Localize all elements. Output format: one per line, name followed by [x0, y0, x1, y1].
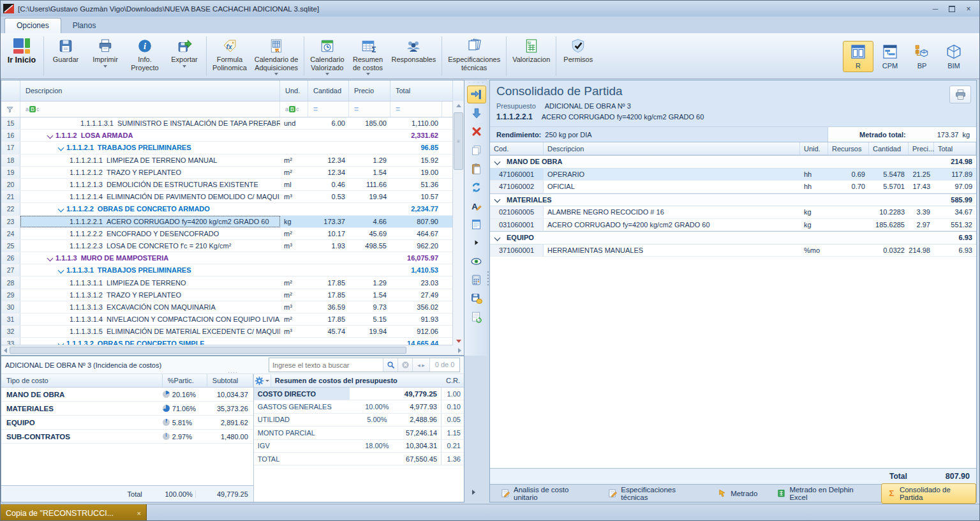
descripcion-cell[interactable]: 1.1.1.3.1.2TRAZO Y REPLANTEO [20, 289, 280, 301]
resource-row-471060001[interactable]: 471060001 OPERARIO hh 0.69 5.5478 21.25 … [490, 169, 976, 181]
close-button[interactable]: × [961, 4, 976, 14]
cantidad-cell[interactable]: 17.85 [308, 279, 349, 287]
dropdown-caret-icon[interactable] [366, 73, 370, 75]
und-cell[interactable]: m³ [280, 328, 308, 335]
collapse-arrow-button[interactable] [467, 234, 486, 252]
und-cell[interactable]: m³ [280, 303, 308, 311]
total-cell[interactable]: 34.67 [934, 208, 976, 216]
filter-cantidad-eq-icon[interactable]: = [308, 102, 349, 117]
dcol-descripcion[interactable]: Descripcion [544, 142, 800, 155]
expand-strip-icon[interactable] [472, 490, 475, 495]
total-cell[interactable]: 91.93 [390, 315, 442, 323]
resumen-row-igv[interactable]: IGV 18.00% 10,304.31 0.21 [254, 440, 464, 453]
budget-row-1.1.1.2.1.4[interactable]: 21 1.1.1.2.1.4ELIMINACIÓN DE PAVIMENTO D… [1, 191, 464, 203]
unid-cell[interactable]: hh [800, 183, 828, 190]
descripcion-cell[interactable]: OPERARIO [544, 170, 800, 178]
cantidad-cell[interactable]: 0.53 [308, 193, 349, 200]
expand-chevron-icon[interactable] [494, 234, 501, 241]
unid-cell[interactable]: %mo [800, 246, 828, 254]
gear-icon[interactable] [254, 375, 271, 387]
especificaciones-t-cnicas-button[interactable]: Especificaciones técnicas [444, 34, 504, 78]
und-cell[interactable]: m² [280, 169, 308, 176]
cantidad-cell[interactable]: 6.00 [308, 119, 349, 127]
precio-cell[interactable]: 45.69 [349, 230, 390, 238]
row-number[interactable]: 23 [1, 216, 20, 227]
total-cell[interactable]: 16,075.97 [390, 254, 442, 262]
budget-row-1.1.1.2.1.2[interactable]: 19 1.1.1.2.1.2TRAZO Y REPLANTEO m² 12.34… [1, 167, 464, 179]
cantidad-cell[interactable]: 1.93 [308, 242, 349, 250]
restore-button[interactable] [945, 4, 959, 14]
resource-row-021060005[interactable]: 021060005 ALAMBRE NEGRO RECOCIDO # 16 kg… [490, 206, 976, 219]
precio-cell[interactable]: 498.55 [349, 242, 390, 250]
total-cell[interactable]: 10.57 [390, 193, 442, 200]
budget-row-1.1.1.3.1.5[interactable]: 32 1.1.1.3.1.5ELIMINACIÓN DE MATERIAL EX… [1, 326, 464, 338]
formula-polinomica-button[interactable]: fx Formula Polinomica [209, 34, 251, 78]
vscroll-thumb[interactable]: ≡ [454, 112, 463, 170]
cantidad-cell[interactable]: 17.85 [308, 291, 349, 299]
descripcion-cell[interactable]: 1.1.1.2.2.2ENCOFRADO Y DESENCOFRADO [20, 228, 280, 239]
row-number[interactable]: 20 [1, 179, 20, 190]
cod-cell[interactable]: 471060002 [490, 181, 544, 193]
resource-group-equipo[interactable]: EQUIPO6.93 [490, 231, 976, 245]
col-descripcion[interactable]: Descripcion [20, 80, 280, 101]
expand-chevron-icon[interactable] [494, 158, 501, 165]
budget-row-1.1.1.2.2.1[interactable]: 23 1.1.1.2.2.1ACERO CORRUGADO fy=4200 kg… [1, 216, 464, 228]
und-cell[interactable]: m³ [280, 242, 308, 250]
row-number[interactable]: 29 [1, 289, 20, 301]
precio-cell[interactable]: 1.29 [349, 156, 390, 164]
filter-funnel-icon[interactable] [1, 102, 20, 117]
total-cell[interactable]: 96.85 [390, 144, 442, 151]
scroll-left-icon[interactable] [4, 348, 7, 353]
descripcion-cell[interactable]: 1.1.1.3.1.5ELIMINACIÓN DE MATERIAL EXCED… [20, 326, 280, 337]
view-r-button[interactable]: R [843, 41, 873, 72]
budget-row-1.1.1.3.1[interactable]: 27 1.1.1.3.1TRABAJOS PRELIMINARES 1,410.… [1, 264, 464, 276]
expand-chevron-icon[interactable] [47, 255, 54, 261]
budget-row-1.1.1.3[interactable]: 26 1.1.1.3MURO DE MAMPOSTERIA 16,075.97 [1, 252, 464, 264]
refresh-button[interactable] [467, 178, 486, 196]
cantidad-cell[interactable]: 5.5478 [869, 170, 909, 178]
incidencia-row-sub-contratos[interactable]: SUB-CONTRATOS 2.97% 1,480.00 [1, 430, 253, 444]
expand-chevron-icon[interactable] [58, 145, 64, 151]
resource-row-471060002[interactable]: 471060002 OFICIAL hh 0.70 5.5701 17.43 9… [490, 181, 976, 193]
total-cell[interactable]: 97.09 [934, 183, 976, 190]
und-cell[interactable]: m² [280, 230, 308, 238]
expand-chevron-icon[interactable] [47, 132, 54, 139]
precio-cell[interactable]: 1.29 [349, 279, 390, 287]
dcol-precio[interactable]: Preci... [909, 142, 934, 155]
total-cell[interactable]: 2,234.77 [390, 205, 442, 213]
print-button[interactable] [949, 86, 971, 103]
resource-row-031060001[interactable]: 031060001 ACERO CORRUGADO fy=4200 kg/cm2… [490, 219, 976, 232]
cantidad-cell[interactable]: 36.59 [308, 303, 349, 311]
precio-cell[interactable]: 5.15 [349, 315, 390, 323]
expand-chevron-icon[interactable] [58, 267, 64, 273]
total-cell[interactable]: 807.90 [390, 218, 442, 225]
cantidad-cell[interactable]: 17.85 [308, 315, 349, 323]
resumen-row-utilidad[interactable]: UTILIDAD 5.00% 2,488.96 0.05 [254, 414, 464, 427]
budget-row-1.1.1.2.1.3[interactable]: 20 1.1.1.2.1.3DEMOLICIÓN DE ESTRUCTURAS … [1, 179, 464, 191]
budget-row-1.1.1.3.1.4[interactable]: 31 1.1.1.3.1.4NIVELACION Y COMPACTACION … [1, 313, 464, 326]
update-sheet-button[interactable] [467, 308, 486, 326]
row-number[interactable]: 15 [1, 117, 20, 129]
row-number[interactable]: 25 [1, 240, 20, 252]
scroll-right-icon[interactable] [458, 348, 461, 353]
total-cell[interactable]: 6.93 [934, 246, 976, 254]
row-number[interactable]: 16 [1, 130, 20, 141]
total-cell[interactable]: 2,331.62 [390, 132, 442, 139]
cantidad-cell[interactable]: 12.34 [308, 169, 349, 176]
responsables-button[interactable]: Responsables [388, 34, 440, 78]
descripcion-cell[interactable]: 1.1.1.2.1TRABAJOS PRELIMINARES [20, 142, 280, 153]
expand-chevron-icon[interactable] [58, 206, 64, 212]
dropdown-caret-icon[interactable] [182, 65, 186, 68]
total-cell[interactable]: 551.32 [934, 221, 976, 229]
search-input[interactable] [269, 359, 383, 370]
precio-cell[interactable]: 21.25 [909, 170, 934, 178]
precio-cell[interactable]: 1.54 [349, 291, 390, 299]
budget-row-1.1.1.2.2.2[interactable]: 24 1.1.1.2.2.2ENCOFRADO Y DESENCOFRADO m… [1, 228, 464, 240]
row-number[interactable]: 32 [1, 326, 20, 337]
dropdown-caret-icon[interactable] [274, 73, 278, 75]
col-cantidad[interactable]: Cantidad [308, 80, 349, 101]
budget-row-1.1.1.3.2[interactable]: 33 1.1.1.3.2OBRAS DE CONCRETO SIMPLE 14,… [1, 338, 464, 345]
row-number[interactable]: 28 [1, 276, 20, 288]
tab-analisis-de-costo-unitario[interactable]: Analisis de costo unitario [495, 483, 595, 504]
total-cell[interactable]: 356.02 [390, 303, 442, 311]
